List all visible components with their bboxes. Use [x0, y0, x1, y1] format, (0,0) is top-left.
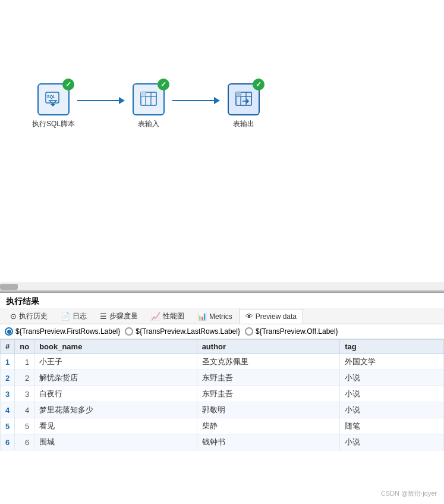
canvas-scrollbar[interactable] [0, 283, 444, 290]
arrow-connector-2 [172, 97, 220, 104]
table-row: 33白夜行东野圭吾小说 [1, 386, 444, 402]
table-input-label: 表输入 [138, 119, 159, 129]
cell-tag: 小说 [340, 434, 444, 450]
tabs-row: ⊙ 执行历史 📄 日志 ☰ 步骤度量 📈 性能图 📊 Metrics 👁 Pre… [0, 308, 444, 324]
tab-perf[interactable]: 📈 性能图 [144, 308, 191, 324]
tab-log-label: 日志 [73, 311, 87, 321]
cell-row-num: 5 [1, 418, 15, 434]
watermark: CSDN @敖衍·joyer [381, 489, 437, 498]
radio-last[interactable]: ${TransPreview.LastRows.Label} [125, 327, 240, 336]
tab-history[interactable]: ⊙ 执行历史 [4, 308, 54, 324]
table-input-icon-wrap: ✓ [133, 83, 165, 115]
col-hash: # [1, 340, 15, 354]
table-row: 22解忧杂货店东野圭吾小说 [1, 370, 444, 386]
cell-book-name: 看见 [34, 418, 197, 434]
table-header-row: # no book_name author tag [1, 340, 444, 354]
tab-steps[interactable]: ☰ 步骤度量 [93, 308, 144, 324]
cell-tag: 随笔 [340, 418, 444, 434]
cell-author: 钱钟书 [197, 434, 340, 450]
cell-author: 郭敬明 [197, 402, 340, 418]
table-output-icon-wrap: ✓ [228, 83, 260, 115]
col-tag: tag [340, 340, 444, 354]
data-table-wrap[interactable]: # no book_name author tag 11小王子圣文克苏佩里外国文… [0, 339, 444, 504]
steps-icon: ☰ [100, 312, 107, 321]
arrow-head-1 [119, 97, 125, 104]
svg-rect-14 [236, 92, 241, 96]
cell-tag: 小说 [340, 370, 444, 386]
table-output-label: 表输出 [233, 119, 254, 129]
cell-tag: 小说 [340, 386, 444, 402]
tab-preview-label: Preview data [256, 312, 297, 321]
arrow-line-1 [77, 100, 119, 101]
metrics-icon: 📊 [197, 312, 207, 321]
data-table: # no book_name author tag 11小王子圣文克苏佩里外国文… [0, 339, 444, 450]
radio-last-label: ${TransPreview.LastRows.Label} [136, 327, 240, 336]
radio-row: ${TransPreview.FirstRows.Label} ${TransP… [0, 324, 444, 339]
cell-no: 2 [15, 370, 34, 386]
radio-first-dot [5, 327, 13, 336]
tab-history-label: 执行历史 [19, 311, 48, 321]
table-output-node[interactable]: ✓ 表输出 [220, 83, 267, 129]
cell-row-num: 3 [1, 386, 15, 402]
col-no: no [15, 340, 34, 354]
table-output-check: ✓ [253, 79, 264, 90]
arrow-head-2 [214, 97, 220, 104]
tab-preview[interactable]: 👁 Preview data [239, 309, 303, 324]
cell-row-num: 4 [1, 402, 15, 418]
cell-row-num: 1 [1, 354, 15, 370]
cell-book-name: 围城 [34, 434, 197, 450]
table-row: 11小王子圣文克苏佩里外国文学 [1, 354, 444, 370]
svg-rect-9 [141, 92, 146, 96]
table-head: # no book_name author tag [1, 340, 444, 354]
cell-row-num: 2 [1, 370, 15, 386]
cell-no: 3 [15, 386, 34, 402]
tab-metrics-label: Metrics [209, 312, 232, 321]
results-header: 执行结果 [0, 293, 444, 308]
cell-no: 1 [15, 354, 34, 370]
sql-icon: SQL [45, 90, 62, 109]
radio-first-label: ${TransPreview.FirstRows.Label} [15, 327, 120, 336]
cell-author: 圣文克苏佩里 [197, 354, 340, 370]
table-row: 55看见柴静随笔 [1, 418, 444, 434]
cell-author: 东野圭吾 [197, 370, 340, 386]
cell-no: 4 [15, 402, 34, 418]
sql-node[interactable]: ✓ SQL 执行SQL脚本 [30, 83, 77, 129]
table-row: 66围城钱钟书小说 [1, 434, 444, 450]
table-body: 11小王子圣文克苏佩里外国文学22解忧杂货店东野圭吾小说33白夜行东野圭吾小说4… [1, 354, 444, 450]
cell-row-num: 6 [1, 434, 15, 450]
sql-node-check: ✓ [62, 79, 74, 90]
preview-icon: 👁 [245, 312, 253, 321]
sql-node-label: 执行SQL脚本 [32, 119, 75, 129]
table-output-icon [235, 90, 253, 109]
cell-book-name: 小王子 [34, 354, 197, 370]
table-input-check: ✓ [158, 79, 169, 90]
cell-book-name: 梦里花落知多少 [34, 402, 197, 418]
tab-log[interactable]: 📄 日志 [54, 308, 93, 324]
svg-marker-4 [51, 104, 55, 107]
radio-last-dot [125, 327, 133, 336]
canvas-scrollbar-thumb[interactable] [0, 284, 18, 290]
col-author: author [197, 340, 340, 354]
canvas-area: ✓ SQL 执行SQL脚本 ✓ [0, 0, 444, 292]
radio-off[interactable]: ${TransPreview.Off.Label} [245, 327, 338, 336]
table-input-icon [140, 90, 158, 109]
sql-node-icon-wrap: ✓ SQL [37, 83, 70, 115]
table-input-node[interactable]: ✓ 表输入 [125, 83, 172, 129]
history-icon: ⊙ [10, 312, 17, 321]
arrow-connector-1 [77, 97, 125, 104]
cell-tag: 小说 [340, 402, 444, 418]
cell-author: 东野圭吾 [197, 386, 340, 402]
radio-first[interactable]: ${TransPreview.FirstRows.Label} [5, 327, 120, 336]
perf-icon: 📈 [151, 312, 160, 321]
cell-author: 柴静 [197, 418, 340, 434]
cell-book-name: 解忧杂货店 [34, 370, 197, 386]
results-panel: 执行结果 ⊙ 执行历史 📄 日志 ☰ 步骤度量 📈 性能图 📊 Metrics … [0, 292, 444, 504]
table-row: 44梦里花落知多少郭敬明小说 [1, 402, 444, 418]
pipeline-area: ✓ SQL 执行SQL脚本 ✓ [30, 83, 267, 129]
tab-metrics[interactable]: 📊 Metrics [191, 309, 239, 323]
cell-book-name: 白夜行 [34, 386, 197, 402]
radio-off-label: ${TransPreview.Off.Label} [256, 327, 338, 336]
svg-text:SQL: SQL [47, 95, 56, 99]
cell-no: 6 [15, 434, 34, 450]
cell-tag: 外国文学 [340, 354, 444, 370]
